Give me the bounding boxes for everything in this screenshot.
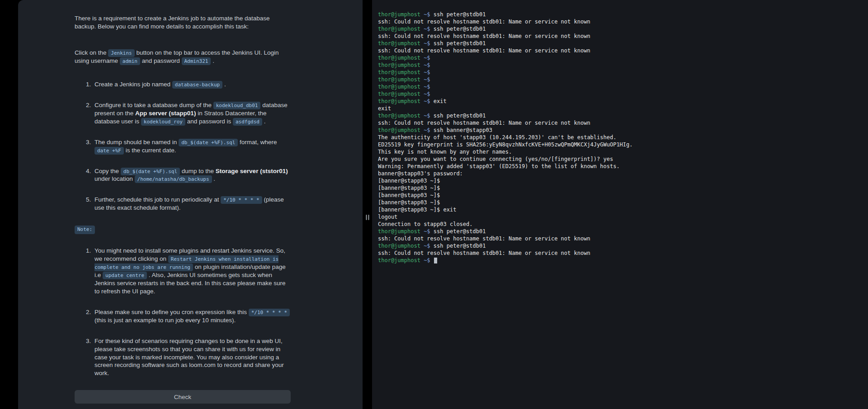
text-run: Copy the xyxy=(94,168,121,174)
text-run: . xyxy=(212,175,216,182)
terminal-line: ED25519 key fingerprint is SHA256:yEyN8q… xyxy=(378,141,863,148)
terminal-line: [banner@stapp03 ~]$ xyxy=(378,192,863,199)
terminal-line: ssh: Could not resolve hostname stdb01: … xyxy=(378,119,863,127)
terminal-line: exit xyxy=(378,105,863,112)
text-run: under location xyxy=(94,175,135,182)
terminal-line: thor@jumphost ~$ xyxy=(378,69,863,76)
inline-code: update centre xyxy=(103,272,147,279)
task-login-instructions: Click on the Jenkins button on the top b… xyxy=(75,49,291,65)
output-text: ssh: Could not resolve hostname stdb01: … xyxy=(378,235,590,242)
output-text: banner@stapp03's password: xyxy=(378,170,463,177)
terminal-line: thor@jumphost ~$ ssh peter@stdb01 xyxy=(378,228,863,235)
command-text: ssh peter@stdb01 xyxy=(430,26,486,32)
prompt-user: thor@jumphost xyxy=(378,243,420,249)
inline-code: kodekloud_roy xyxy=(141,118,185,126)
prompt-user: thor@jumphost xyxy=(378,62,420,68)
output-text: logout xyxy=(378,214,397,220)
prompt-user: thor@jumphost xyxy=(378,26,420,32)
task-notes-list: You might need to install some plugins a… xyxy=(75,247,291,377)
task-content: There is a requirement to create a Jenki… xyxy=(75,0,291,409)
terminal-line: thor@jumphost ~$ xyxy=(378,83,863,90)
command-text xyxy=(430,257,434,263)
output-text: Warning: Permanently added 'stapp03' (ED… xyxy=(378,163,620,169)
inline-code: Jenkins xyxy=(108,49,134,57)
inline-code: asdfgdsd xyxy=(233,118,262,126)
check-button[interactable]: Check xyxy=(75,390,291,404)
prompt-user: thor@jumphost xyxy=(378,113,420,119)
text-run: is the current date. xyxy=(124,147,176,154)
output-text: [banner@stapp03 ~]$ xyxy=(378,199,440,206)
prompt-symbol: ~$ xyxy=(420,69,430,75)
terminal-line: ssh: Could not resolve hostname stdb01: … xyxy=(378,47,863,54)
text-run: (this is just an example to run job ever… xyxy=(94,317,236,324)
output-text: ED25519 key fingerprint is SHA256:yEyN8q… xyxy=(378,141,633,148)
inline-code: */10 * * * * xyxy=(249,309,290,316)
terminal-line: logout xyxy=(378,213,863,221)
terminal-line: thor@jumphost ~$ xyxy=(378,54,863,61)
prompt-symbol: ~$ xyxy=(420,98,430,104)
prompt-symbol: ~$ xyxy=(420,26,430,32)
prompt-symbol: ~$ xyxy=(420,91,430,97)
output-text: ssh: Could not resolve hostname stdb01: … xyxy=(378,47,590,54)
text-run: For these kind of scenarios requiring ch… xyxy=(94,338,284,377)
inline-code: Admin321 xyxy=(182,57,211,65)
output-text: Connection to stapp03 closed. xyxy=(378,221,473,227)
command-text: ssh banner@stapp03 xyxy=(430,127,492,133)
terminal-line: Are you sure you want to continue connec… xyxy=(378,155,863,163)
prompt-user: thor@jumphost xyxy=(378,228,420,235)
prompt-symbol: ~$ xyxy=(420,55,430,61)
terminal-line: thor@jumphost ~$ xyxy=(378,257,863,264)
list-item: Further, schedule this job to run period… xyxy=(93,196,291,212)
inline-code: db_$(date +%F).sql xyxy=(121,168,180,175)
list-item: You might need to install some plugins a… xyxy=(93,247,291,296)
prompt-user: thor@jumphost xyxy=(378,257,420,263)
terminal-line: ssh: Could not resolve hostname stdb01: … xyxy=(378,18,863,25)
prompt-user: thor@jumphost xyxy=(378,40,420,47)
output-text: [banner@stapp03 ~]$ xyxy=(378,192,440,198)
text-run: . xyxy=(211,57,214,64)
list-item: Configure it to take a database dump of … xyxy=(93,101,291,126)
terminal-line: The authenticity of host 'stapp03 (10.24… xyxy=(378,134,863,141)
prompt-symbol: ~$ xyxy=(420,243,430,249)
terminal-line: thor@jumphost ~$ ssh peter@stdb01 xyxy=(378,40,863,47)
prompt-symbol: ~$ xyxy=(420,84,430,90)
terminal-line: thor@jumphost ~$ ssh banner@stapp03 xyxy=(378,127,863,134)
list-item: Please make sure to define you cron expr… xyxy=(93,308,291,324)
prompt-symbol: ~$ xyxy=(420,40,430,47)
prompt-user: thor@jumphost xyxy=(378,98,420,104)
terminal-panel[interactable]: thor@jumphost ~$ ssh peter@stdb01ssh: Co… xyxy=(372,0,868,409)
terminal-line: thor@jumphost ~$ ssh peter@stdb01 xyxy=(378,242,863,249)
output-text: [banner@stapp03 ~]$ exit xyxy=(378,207,456,213)
text-run: . xyxy=(222,81,226,88)
prompt-symbol: ~$ xyxy=(420,113,430,119)
text-run: and password xyxy=(140,57,182,64)
output-text: ssh: Could not resolve hostname stdb01: … xyxy=(378,120,590,126)
terminal-line: thor@jumphost ~$ xyxy=(378,90,863,98)
text-run: Please make sure to define you cron expr… xyxy=(94,309,249,315)
command-text: ssh peter@stdb01 xyxy=(430,113,486,119)
task-panel: There is a requirement to create a Jenki… xyxy=(18,0,363,409)
panel-resize-divider[interactable] xyxy=(363,0,372,409)
inline-code: database-backup xyxy=(172,81,222,89)
text-run: Create a Jenkins job named xyxy=(94,81,172,88)
text-run: dump to the xyxy=(180,168,216,174)
terminal-line: ssh: Could not resolve hostname stdb01: … xyxy=(378,235,863,242)
inline-code: kodekloud_db01 xyxy=(213,102,261,109)
list-item: Create a Jenkins job named database-back… xyxy=(93,80,291,89)
terminal-line: [banner@stapp03 ~]$ xyxy=(378,184,863,192)
terminal-line: Connection to stapp03 closed. xyxy=(378,221,863,228)
terminal-line: thor@jumphost ~$ ssh peter@stdb01 xyxy=(378,112,863,119)
prompt-user: thor@jumphost xyxy=(378,11,420,18)
output-text: Are you sure you want to continue connec… xyxy=(378,156,613,162)
text-run: and password is xyxy=(185,118,233,125)
output-text: ssh: Could not resolve hostname stdb01: … xyxy=(378,19,590,25)
terminal-line: ssh: Could not resolve hostname stdb01: … xyxy=(378,249,863,257)
inline-code: date +%F xyxy=(94,147,124,155)
command-text: ssh peter@stdb01 xyxy=(430,40,486,47)
prompt-symbol: ~$ xyxy=(420,76,430,83)
terminal-line: ssh: Could not resolve hostname stdb01: … xyxy=(378,33,863,40)
output-text: [banner@stapp03 ~]$ xyxy=(378,178,440,184)
output-text: The authenticity of host 'stapp03 (10.24… xyxy=(378,134,616,141)
terminal-line: Warning: Permanently added 'stapp03' (ED… xyxy=(378,163,863,170)
prompt-user: thor@jumphost xyxy=(378,91,420,97)
